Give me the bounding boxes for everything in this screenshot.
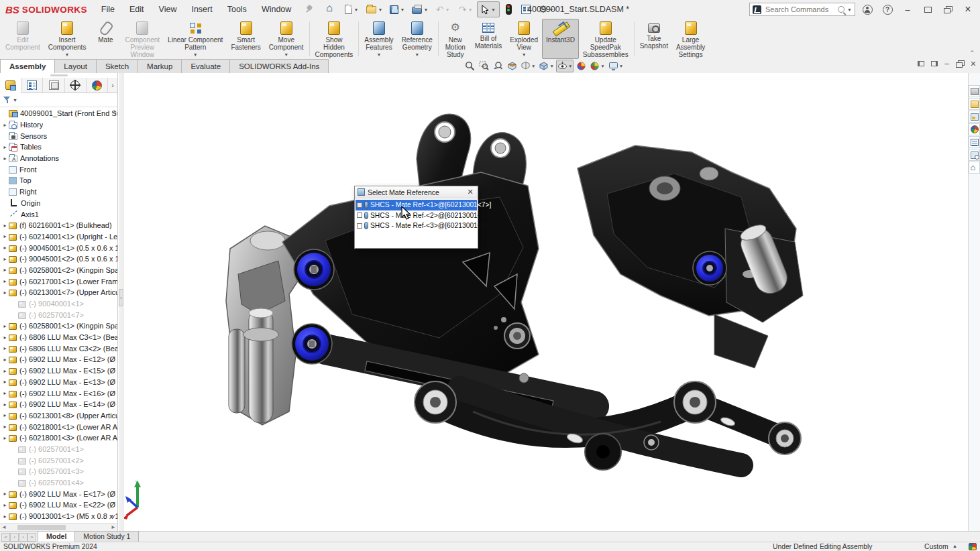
tree-item[interactable]: ▸(-) 60258001<2> (Kingpin Spac: [0, 265, 117, 276]
collapse-ribbon-icon[interactable]: ⌃: [969, 50, 975, 56]
expand-arrow-icon[interactable]: ▸: [1, 144, 9, 150]
tree-item[interactable]: ▸(f) 60216001<1> (Bulkhead): [0, 220, 117, 231]
tree-item[interactable]: ▸(-) 90013001<1> (M5 x 0.8 x 14v: [0, 511, 117, 522]
undo-icon[interactable]: ↶▼: [431, 1, 454, 17]
next-tab-icon[interactable]: ›: [19, 533, 28, 542]
configurationmanager-tab[interactable]: [43, 78, 64, 93]
new-document-icon[interactable]: ▼: [340, 1, 363, 17]
pane-left-icon[interactable]: [918, 61, 924, 66]
expand-arrow-icon[interactable]: ▸: [1, 345, 9, 351]
expand-arrow-icon[interactable]: ▸: [1, 513, 9, 519]
menu-file[interactable]: File: [94, 0, 122, 19]
menu-window[interactable]: Window: [254, 0, 298, 19]
expand-arrow-icon[interactable]: ▸: [1, 256, 9, 262]
tree-item[interactable]: ▸(-) 60213001<8> (Upper Articu: [0, 410, 117, 422]
maximize-button[interactable]: [920, 2, 936, 17]
move-component-button[interactable]: MoveComponent▼: [265, 19, 308, 59]
tree-item[interactable]: ▸(-) 60214001<1> (Upright - Lef: [0, 231, 117, 243]
tree-item[interactable]: ▸(-) 6902 LLU Max - E<15> (Ø 1: [0, 365, 117, 377]
appearance-tag-icon[interactable]: [969, 543, 977, 550]
dropdown-caret-icon[interactable]: ▼: [415, 52, 419, 58]
large-assembly-settings-button[interactable]: LargeAssemblySettings: [672, 19, 709, 59]
expand-arrow-icon[interactable]: ▸: [1, 223, 9, 229]
tree-item[interactable]: (-) 60257001<3>: [0, 466, 117, 477]
tree-item[interactable]: ▸(-) 6806 LLU Max C3<1> (Beari: [0, 332, 117, 343]
search-input[interactable]: [764, 5, 835, 14]
assembly-features-button[interactable]: AssemblyFeatures▼: [360, 19, 397, 59]
tree-root-item[interactable]: 40099001_Start (Front End Sub Asse^: [0, 108, 117, 119]
mate-reference-item[interactable]: SHCS - Mate Ref-<1>@[60213001<7>]: [356, 200, 477, 210]
tree-item[interactable]: (-) 60257001<1>: [0, 444, 117, 455]
close-button[interactable]: ×: [960, 2, 976, 17]
tree-item[interactable]: Axis1: [0, 208, 117, 220]
tree-scroll-down-icon[interactable]: v: [112, 513, 115, 519]
login-user-icon[interactable]: [859, 2, 875, 17]
tree-item[interactable]: ▸(-) 6902 LLU Max - E<13> (Ø 1: [0, 377, 117, 388]
tree-item[interactable]: Top: [0, 175, 117, 186]
solidworks-resources-home-button[interactable]: [969, 162, 980, 174]
tree-item[interactable]: ▸(-) 60218001<3> (Lower AR Ar: [0, 432, 117, 444]
menu-insert[interactable]: Insert: [184, 0, 219, 19]
zoom-to-area-icon[interactable]: [477, 60, 490, 72]
mate-reference-checkbox-icon[interactable]: [357, 212, 362, 218]
show-hidden-components-button[interactable]: ShowHiddenComponents: [311, 19, 358, 59]
appearances-tab[interactable]: [87, 78, 108, 93]
expand-arrow-icon[interactable]: ▸: [1, 334, 9, 341]
mate-button[interactable]: Mate: [90, 19, 121, 59]
tree-item[interactable]: ▸History: [0, 119, 117, 131]
redo-icon[interactable]: ↷▼: [454, 1, 477, 17]
tree-item[interactable]: ▸(-) 6902 LLU Max - E<17> (Ø 1: [0, 488, 117, 499]
menu-tools[interactable]: Tools: [220, 0, 254, 19]
expand-arrow-icon[interactable]: ▸: [1, 323, 9, 329]
instant3d-button[interactable]: Instant3D: [542, 19, 579, 59]
graphics-viewport[interactable]: y x z Select Mate Reference ✕ SHCS - Mat…: [124, 73, 968, 531]
tree-item[interactable]: Front: [0, 164, 117, 175]
tree-item[interactable]: ▸(-) 90045001<1> (0.5 x 0.6 x 1 E: [0, 242, 117, 253]
tree-horizontal-scrollbar[interactable]: ◄ ►: [0, 523, 117, 531]
expand-arrow-icon[interactable]: ▸: [1, 156, 9, 162]
tree-item[interactable]: ▸Tables: [0, 141, 117, 153]
expand-arrow-icon[interactable]: ▸: [1, 245, 9, 251]
first-tab-icon[interactable]: «: [1, 533, 10, 542]
expand-arrow-icon[interactable]: ▸: [1, 357, 9, 363]
tab-solidworks-add-ins[interactable]: SOLIDWORKS Add-Ins: [229, 59, 329, 73]
tree-item[interactable]: Right: [0, 186, 117, 198]
tree-item[interactable]: ▸(-) 60218001<1> (Lower AR Ar: [0, 421, 117, 432]
tree-item[interactable]: (-) 60257001<7>: [0, 309, 117, 320]
tree-item[interactable]: Origin: [0, 198, 117, 209]
tree-item[interactable]: ▸(-) 60258001<1> (Kingpin Spac: [0, 320, 117, 332]
minimize-button[interactable]: –: [900, 2, 916, 17]
dropdown-caret-icon[interactable]: ▼: [522, 52, 527, 58]
tab-scroll-buttons[interactable]: «‹›»: [1, 533, 36, 542]
reference-geometry-button[interactable]: ReferenceGeometry▼: [398, 19, 437, 59]
tree-item[interactable]: ▸(-) 6806 LLU Max C3<2> (Beari: [0, 343, 117, 354]
doc-restore-icon[interactable]: [956, 60, 964, 67]
doc-close-icon[interactable]: ×: [971, 60, 976, 67]
propertymanager-tab[interactable]: [21, 78, 43, 93]
dimxpertmanager-tab[interactable]: [65, 78, 87, 93]
new-motion-study-button[interactable]: ⚙NewMotionStudy: [440, 19, 471, 59]
tree-item[interactable]: (-) 60257001<2>: [0, 454, 117, 466]
expand-arrow-icon[interactable]: ▸: [1, 368, 9, 374]
doc-tab-model[interactable]: Model: [38, 531, 75, 542]
design-library-button[interactable]: [969, 85, 980, 97]
search-icon[interactable]: [838, 6, 845, 13]
tab-layout[interactable]: Layout: [54, 59, 97, 73]
tree-item[interactable]: ▸Annotations: [0, 153, 117, 164]
pane-right-icon[interactable]: [931, 61, 938, 66]
dialog-title-bar[interactable]: Select Mate Reference ✕: [355, 186, 478, 198]
billof-materials-button[interactable]: Bill ofMaterials: [471, 19, 506, 59]
insert-components-button[interactable]: InsertComponents▼: [44, 19, 91, 59]
expand-arrow-icon[interactable]: ▸: [1, 424, 9, 430]
expand-arrow-icon[interactable]: ▸: [1, 502, 9, 508]
tree-item[interactable]: ▸(-) 6902 LLU Max - E<14> (Ø 1: [0, 399, 117, 410]
smart-fasteners-button[interactable]: SmartFasteners: [227, 19, 264, 59]
panel-splitter[interactable]: ‹: [119, 73, 123, 531]
select-cursor-icon[interactable]: ▼: [477, 1, 500, 17]
file-explorer-button[interactable]: [969, 98, 980, 110]
panel-drag-handle[interactable]: [0, 73, 117, 78]
doc-minimize-icon[interactable]: –: [944, 60, 949, 67]
expand-arrow-icon[interactable]: ▸: [1, 122, 9, 128]
exploded-view-button[interactable]: ExplodedView▼: [506, 19, 542, 59]
tree-item[interactable]: (-) 60257001<4>: [0, 477, 117, 489]
